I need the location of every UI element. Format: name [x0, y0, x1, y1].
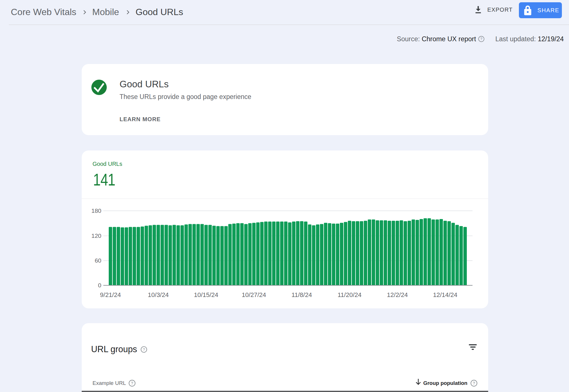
svg-text:10/15/24: 10/15/24	[194, 291, 218, 298]
svg-text:12/14/24: 12/14/24	[433, 291, 457, 298]
svg-text:10/3/24: 10/3/24	[148, 291, 169, 298]
svg-text:?: ?	[473, 381, 475, 385]
svg-text:11/20/24: 11/20/24	[338, 291, 361, 298]
svg-text:10/27/24: 10/27/24	[242, 291, 266, 298]
svg-text:120: 120	[91, 232, 101, 239]
svg-text:?: ?	[143, 347, 145, 352]
svg-text:11/8/24: 11/8/24	[291, 291, 312, 298]
svg-text:?: ?	[480, 37, 482, 41]
svg-text:0: 0	[98, 282, 101, 288]
svg-text:60: 60	[95, 257, 101, 264]
svg-text:12/2/24: 12/2/24	[387, 291, 408, 298]
svg-text:9/21/24: 9/21/24	[100, 291, 121, 298]
svg-text:?: ?	[131, 381, 133, 385]
svg-text:180: 180	[91, 207, 101, 214]
